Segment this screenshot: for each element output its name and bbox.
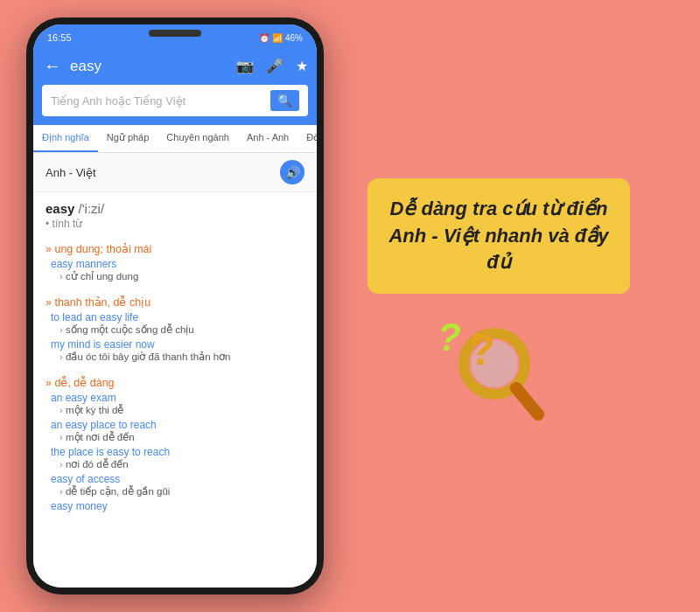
page-container: 16:55 ⏰ 📶 46% ← easy 📷 🎤 ★ xyxy=(0,0,700,612)
word-entry: easy /'i:zi/ • tính từ xyxy=(33,192,317,235)
word-main: easy /'i:zi/ xyxy=(46,201,304,216)
promo-text: Dễ dàng tra cứu từ điển Anh - Việt nhanh… xyxy=(387,196,611,276)
toolbar: ← easy 📷 🎤 ★ xyxy=(33,49,317,85)
status-bar: 16:55 ⏰ 📶 46% xyxy=(33,24,317,49)
sense-group-2: » thanh thản, dễ chịu to lead an easy li… xyxy=(33,289,317,369)
search-word-display: easy xyxy=(70,58,229,75)
promo-box: Dễ dàng tra cứu từ điển Anh - Việt nhanh… xyxy=(368,178,630,294)
word-text: easy xyxy=(46,201,74,216)
star-icon[interactable]: ★ xyxy=(296,58,308,74)
phone-screen: 16:55 ⏰ 📶 46% ← easy 📷 🎤 ★ xyxy=(33,24,317,588)
sense-heading-2: » thanh thản, dễ chịu xyxy=(46,296,304,309)
tab-grammar[interactable]: Ngữ pháp xyxy=(98,125,158,152)
example-item: an easy place to reach một nơi dễ đến xyxy=(51,419,304,443)
example-item: to lead an easy life sống một cuộc sống … xyxy=(51,311,304,336)
phone-shell: 16:55 ⏰ 📶 46% ← easy 📷 🎤 ★ xyxy=(26,17,324,595)
question-green-icon: ? xyxy=(438,316,461,359)
example-en-3a[interactable]: an easy exam xyxy=(51,392,304,404)
search-placeholder: Tiếng Anh hoặc Tiếng Việt xyxy=(51,94,263,108)
tabs-row: Định nghĩa Ngữ pháp Chuyên ngành Anh - A… xyxy=(33,125,317,153)
icon-area: ? ? xyxy=(420,311,578,434)
example-item: easy money xyxy=(51,500,304,512)
right-panel: Dễ dàng tra cứu từ điển Anh - Việt nhanh… xyxy=(324,178,674,434)
sense-heading-3: » dễ, dễ dàng xyxy=(46,376,304,389)
alarm-icon: ⏰ xyxy=(259,33,270,43)
status-time: 16:55 xyxy=(47,32,72,43)
tab-more[interactable]: Đồ xyxy=(298,125,317,152)
example-vn-2a: sống một cuộc sống dễ chịu xyxy=(51,323,304,336)
example-vn-3d: dễ tiếp cận, dễ gần gũi xyxy=(51,485,304,497)
example-vn: cử chỉ ung dung xyxy=(51,270,304,282)
example-en-3d[interactable]: easy of access xyxy=(51,473,304,485)
dict-content[interactable]: Anh - Việt 🔊 easy /'i:zi/ • tính từ » un… xyxy=(33,153,317,588)
example-item: an easy exam một kỳ thi dễ xyxy=(51,392,304,416)
example-en-3e[interactable]: easy money xyxy=(51,500,304,512)
speaker-button[interactable]: 🔊 xyxy=(280,160,304,184)
battery-text: 46% xyxy=(285,33,303,43)
example-vn-2b: đầu óc tôi bây giờ đã thanh thản hơn xyxy=(51,351,304,363)
svg-line-2 xyxy=(516,388,538,414)
sense-group-3: » dễ, dễ dàng an easy exam một kỳ thi dễ… xyxy=(33,369,317,518)
toolbar-icons: 📷 🎤 ★ xyxy=(236,58,308,74)
search-input-inner[interactable]: Tiếng Anh hoặc Tiếng Việt 🔍 xyxy=(42,85,308,116)
camera-icon[interactable]: 📷 xyxy=(236,58,254,74)
example-vn-3b: một nơi dễ đến xyxy=(51,431,304,443)
sense-heading-1: » ung dung; thoải mái xyxy=(46,242,304,255)
example-en-3b[interactable]: an easy place to reach xyxy=(51,419,304,431)
search-button[interactable]: 🔍 xyxy=(270,90,299,111)
example-item: easy of access dễ tiếp cận, dễ gần gũi xyxy=(51,473,304,497)
example-item: the place is easy to reach nơi đó dễ đến xyxy=(51,446,304,470)
example-en-2b[interactable]: my mind is easier now xyxy=(51,338,304,351)
tab-specialized[interactable]: Chuyên ngành xyxy=(158,125,238,152)
magnifier-icon xyxy=(446,320,551,425)
tab-definition[interactable]: Định nghĩa xyxy=(33,125,98,152)
tab-anh-anh[interactable]: Anh - Anh xyxy=(238,125,298,152)
question-orange-icon: ? xyxy=(468,324,495,375)
example-en-2a[interactable]: to lead an easy life xyxy=(51,311,304,323)
dict-lang-label: Anh - Việt xyxy=(46,166,96,179)
phonetic: /'i:zi/ xyxy=(79,201,105,216)
pos-label: • tính từ xyxy=(46,218,304,230)
sense-group-1: » ung dung; thoải mái easy manners cử ch… xyxy=(33,235,317,289)
wifi-icon: 📶 xyxy=(272,33,283,43)
example-en-3c[interactable]: the place is easy to reach xyxy=(51,446,304,458)
status-right: ⏰ 📶 46% xyxy=(259,33,303,43)
dict-lang-header: Anh - Việt 🔊 xyxy=(33,153,317,192)
back-button[interactable]: ← xyxy=(42,54,63,78)
example-en[interactable]: easy manners xyxy=(51,258,304,270)
example-vn-3a: một kỳ thi dễ xyxy=(51,404,304,416)
example-vn-3c: nơi đó dễ đến xyxy=(51,458,304,470)
search-input-bar: Tiếng Anh hoặc Tiếng Việt 🔍 xyxy=(33,85,317,125)
example-item: easy manners cử chỉ ung dung xyxy=(51,258,304,282)
example-item: my mind is easier now đầu óc tôi bây giờ… xyxy=(51,338,304,363)
mic-icon[interactable]: 🎤 xyxy=(266,58,284,74)
